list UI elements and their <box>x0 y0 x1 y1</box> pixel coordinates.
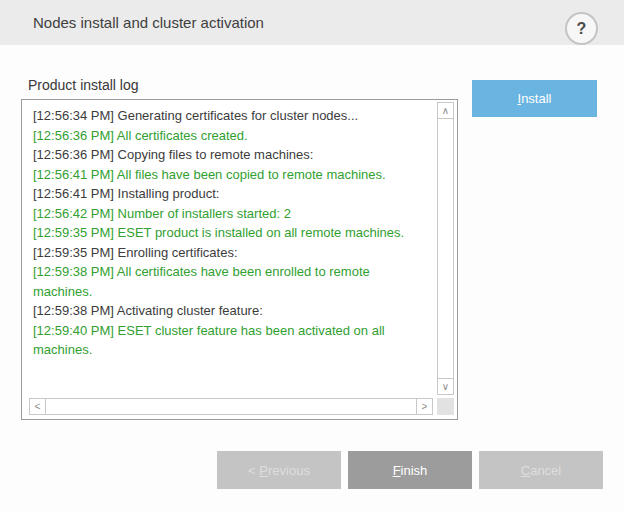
log-line: [12:56:41 PM] All files have been copied… <box>33 165 432 185</box>
log-lines: [12:56:34 PM] Generating certificates fo… <box>33 106 432 360</box>
page-title: Nodes install and cluster activation <box>33 0 264 45</box>
cancel-button[interactable]: Cancel <box>479 451 603 489</box>
question-mark-icon: ? <box>567 14 596 43</box>
log-line: [12:59:35 PM] ESET product is installed … <box>33 223 432 243</box>
vertical-scrollbar[interactable]: ∧ ∨ <box>437 102 454 395</box>
horizontal-scroll-thumb[interactable] <box>45 398 417 415</box>
log-line: [12:56:34 PM] Generating certificates fo… <box>33 106 432 126</box>
scroll-right-button[interactable]: > <box>416 398 433 415</box>
scroll-up-button[interactable]: ∧ <box>437 102 454 119</box>
log-line: [12:59:35 PM] Enrolling certificates: <box>33 243 432 263</box>
install-button[interactable]: Install <box>472 80 597 117</box>
log-line: [12:59:40 PM] ESET cluster feature has b… <box>33 321 432 360</box>
product-install-log-label: Product install log <box>28 77 139 93</box>
chevron-up-icon: ∧ <box>438 103 453 118</box>
log-line: [12:59:38 PM] All certificates have been… <box>33 262 432 301</box>
log-line: [12:56:36 PM] All certificates created. <box>33 126 432 146</box>
log-line: [12:56:42 PM] Number of installers start… <box>33 204 432 224</box>
log-line: [12:56:36 PM] Copying files to remote ma… <box>33 145 432 165</box>
previous-button[interactable]: < Previous <box>217 451 341 489</box>
scroll-left-button[interactable]: < <box>29 398 46 415</box>
vertical-scroll-thumb[interactable] <box>437 118 454 379</box>
chevron-left-icon: < <box>30 399 45 414</box>
horizontal-scrollbar[interactable]: < > <box>29 398 433 415</box>
scroll-down-button[interactable]: ∨ <box>437 378 454 395</box>
log-line: [12:59:38 PM] Activating cluster feature… <box>33 301 432 321</box>
product-install-log-box[interactable]: [12:56:34 PM] Generating certificates fo… <box>21 99 458 420</box>
help-button[interactable]: ? <box>565 12 598 45</box>
finish-button[interactable]: Finish <box>348 451 472 489</box>
dialog-header: Nodes install and cluster activation ? <box>0 0 624 45</box>
chevron-down-icon: ∨ <box>438 379 453 394</box>
chevron-right-icon: > <box>417 399 432 414</box>
dialog-nodes-install: Nodes install and cluster activation ? P… <box>0 0 624 511</box>
log-line: [12:56:41 PM] Installing product: <box>33 184 432 204</box>
scrollbar-corner <box>437 398 454 415</box>
